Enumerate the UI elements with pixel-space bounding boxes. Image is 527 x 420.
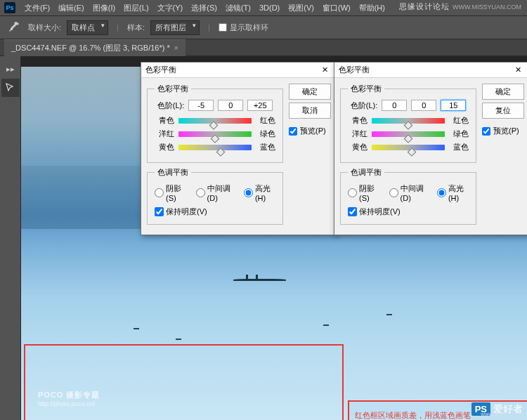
color-balance-dialog-2[interactable]: 色彩平衡 ✕ 色彩平衡 色阶(L): 青色红色 洋红绿色 bbox=[334, 62, 527, 235]
menu-file[interactable]: 文件(F) bbox=[21, 1, 53, 15]
menu-edit[interactable]: 编辑(E) bbox=[55, 1, 88, 15]
move-tool[interactable] bbox=[1, 79, 20, 97]
slider-yellow-blue[interactable] bbox=[372, 145, 445, 150]
radio-shadows[interactable]: 阴影(S) bbox=[348, 183, 379, 202]
menu-layer[interactable]: 图层(L) bbox=[120, 1, 152, 15]
annotation-region-box bbox=[24, 344, 344, 420]
document-tab-bar: _DSC4474.NEF @ 16.7% (图层 3, RGB/16*) *× bbox=[0, 39, 527, 56]
preserve-luminosity-checkbox[interactable]: 保持明度(V) bbox=[155, 206, 275, 217]
menu-window[interactable]: 窗口(W) bbox=[319, 1, 354, 15]
radio-midtones[interactable]: 中间调(D) bbox=[389, 183, 427, 202]
menu-3d[interactable]: 3D(D) bbox=[256, 2, 283, 13]
levels-label: 色阶(L): bbox=[351, 100, 378, 111]
slider-magenta-green[interactable] bbox=[178, 131, 252, 137]
slider-cyan-red[interactable] bbox=[372, 118, 445, 124]
close-icon[interactable]: ✕ bbox=[318, 65, 332, 74]
menu-type[interactable]: 文字(Y) bbox=[154, 1, 187, 15]
close-tab-icon[interactable]: × bbox=[174, 44, 178, 52]
watermark-top: 思缘设计论坛 WWW.MISSYUAN.COM bbox=[399, 1, 521, 12]
close-icon[interactable]: ✕ bbox=[511, 65, 526, 74]
tool-palette: ▸▸ bbox=[0, 56, 21, 420]
cancel-button[interactable]: 取消 bbox=[289, 103, 331, 119]
preview-checkbox[interactable]: 预览(P) bbox=[482, 126, 524, 136]
level-magenta-green[interactable] bbox=[218, 100, 243, 111]
color-balance-dialog-1[interactable]: 色彩平衡 ✕ 色彩平衡 色阶(L): 青色红色 洋红绿色 bbox=[141, 62, 337, 235]
sample-dropdown[interactable]: 所有图层 bbox=[150, 20, 200, 35]
tone-balance-fieldset: 色调平衡 阴影(S) 中间调(D) 高光(H) 保持明度(V) bbox=[340, 167, 476, 225]
level-cyan-red[interactable] bbox=[188, 100, 214, 111]
menu-help[interactable]: 帮助(H) bbox=[356, 1, 389, 15]
menu-view[interactable]: 视图(V) bbox=[285, 1, 318, 15]
level-magenta-green[interactable] bbox=[411, 100, 436, 111]
radio-highlights[interactable]: 高光(H) bbox=[437, 183, 469, 202]
menu-image[interactable]: 图像(I) bbox=[89, 1, 119, 15]
color-balance-fieldset: 色彩平衡 色阶(L): 青色红色 洋红绿色 黄色蓝色 bbox=[340, 84, 476, 163]
slider-cyan-red[interactable] bbox=[178, 118, 252, 124]
preserve-luminosity-checkbox[interactable]: 保持明度(V) bbox=[348, 206, 469, 217]
radio-shadows[interactable]: 阴影(S) bbox=[155, 183, 186, 202]
ok-button[interactable]: 确定 bbox=[289, 84, 331, 100]
show-ring-checkbox[interactable]: 显示取样环 bbox=[219, 22, 268, 33]
dialog-titlebar[interactable]: 色彩平衡 ✕ bbox=[334, 63, 527, 78]
ok-button[interactable]: 确定 bbox=[482, 84, 524, 100]
preview-checkbox[interactable]: 预览(P) bbox=[289, 126, 331, 136]
slider-yellow-blue[interactable] bbox=[178, 145, 252, 150]
level-yellow-blue[interactable] bbox=[247, 100, 273, 111]
tone-balance-fieldset: 色调平衡 阴影(S) 中间调(D) 高光(H) 保持明度(V) bbox=[147, 167, 283, 225]
dialog-title: 色彩平衡 bbox=[339, 65, 370, 75]
expand-tools-icon[interactable]: ▸▸ bbox=[1, 60, 20, 78]
options-bar: 取样大小: 取样点 | 样本: 所有图层 | 显示取样环 bbox=[0, 15, 527, 39]
levels-label: 色阶(L): bbox=[157, 100, 185, 111]
level-yellow-blue[interactable] bbox=[441, 100, 466, 111]
menu-select[interactable]: 选择(S) bbox=[188, 1, 221, 15]
watermark-poco: POCO 摄影专题 http://photo.poco.cn/ bbox=[38, 388, 100, 407]
sample-size-dropdown[interactable]: 取样点 bbox=[67, 20, 108, 35]
dialog-title: 色彩平衡 bbox=[145, 65, 176, 75]
app-logo: Ps bbox=[4, 2, 15, 13]
dialog-titlebar[interactable]: 色彩平衡 ✕ bbox=[141, 63, 337, 78]
document-tab[interactable]: _DSC4474.NEF @ 16.7% (图层 3, RGB/16*) *× bbox=[4, 39, 186, 56]
radio-midtones[interactable]: 中间调(D) bbox=[196, 183, 234, 202]
level-cyan-red[interactable] bbox=[382, 100, 407, 111]
boat-shape bbox=[233, 279, 286, 281]
sample-size-label: 取样大小: bbox=[28, 22, 61, 33]
color-balance-fieldset: 色彩平衡 色阶(L): 青色红色 洋红绿色 黄色蓝色 bbox=[147, 84, 283, 163]
menu-filter[interactable]: 滤镜(T) bbox=[222, 1, 254, 15]
watermark-psahz: PS 爱好者 www.psahz.com bbox=[471, 402, 523, 416]
slider-magenta-green[interactable] bbox=[372, 131, 445, 137]
sample-label: 样本: bbox=[127, 22, 145, 33]
eyedropper-icon[interactable] bbox=[6, 19, 22, 36]
canvas-area[interactable]: ⇐ 红色框区域画质差，用浅蓝色画笔 涂抹调整 POCO 摄影专题 http://… bbox=[21, 56, 527, 420]
reset-button[interactable]: 复位 bbox=[482, 103, 524, 119]
radio-highlights[interactable]: 高光(H) bbox=[244, 183, 275, 202]
